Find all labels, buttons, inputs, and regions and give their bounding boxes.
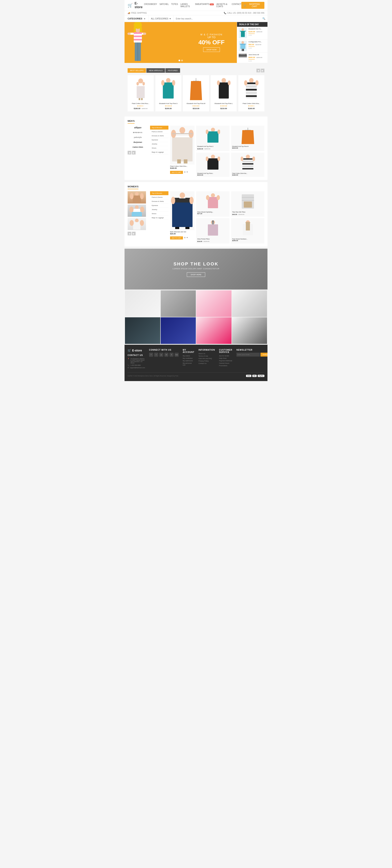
footer-privacy[interactable]: Privacy Policy [198, 360, 215, 362]
mens-mini-1[interactable]: Elizabeth Knit Top-Pink-S $100.00 $250.0… [196, 126, 229, 151]
footer-about[interactable]: About Us [198, 353, 215, 354]
nav-satchel[interactable]: SATCHEL [159, 3, 169, 7]
mens-mini-4[interactable]: Plaid Cotton Shirt-Kha... $160.00 [231, 153, 264, 177]
womens-mini-2[interactable]: Titan Raw Silk Pillow $40.00 $100.00 [231, 191, 264, 217]
mens-add-to-cart[interactable]: ADD TO CART [170, 171, 183, 174]
womens-menu-shoes[interactable]: Shoes [150, 212, 168, 216]
phone-icon: 📞 [128, 365, 129, 366]
womens-mini-price-2: $40.00 [232, 214, 237, 215]
social-linkedin[interactable]: li [169, 353, 173, 357]
nav-contact[interactable]: CONTACT [232, 3, 241, 7]
nav-totes[interactable]: TOTES [171, 3, 178, 7]
product-card-2[interactable]: Elizabeth Knit Top-Pink-S ★★★★★ $100.00 [155, 75, 182, 111]
nav-jackets[interactable]: JACKETS & COATS [216, 3, 229, 7]
womens-menu-bags[interactable]: Bags & Luggage [150, 216, 168, 220]
mens-brand-prev[interactable]: ◀ [128, 151, 131, 154]
gallery-item-4[interactable] [232, 290, 267, 317]
footer-terms[interactable]: Terms of Use [198, 355, 215, 357]
shop-look-cta[interactable]: SHOP HERE [187, 272, 205, 277]
logo-icon: 🛒 [128, 3, 133, 8]
deal-item-1[interactable]: Elizabeth Knit To... $100.00 $250.00 ★★★… [237, 27, 267, 40]
social-instagram[interactable]: in [164, 353, 168, 357]
deal-item-2[interactable]: Configurable Pro... $50.00 $133.00 ★★★★★… [237, 40, 267, 53]
footer-promotions[interactable]: Promotions [219, 365, 232, 367]
womens-menu-top[interactable]: Top & Blouses [150, 191, 168, 195]
mens-mini-3[interactable]: Elizabeth Knit Top-Pink-L $210.00 [196, 153, 229, 177]
social-facebook[interactable]: f [149, 353, 153, 357]
mens-menu-shoes[interactable]: Shoes [150, 146, 168, 150]
womens-next[interactable]: ▶ [132, 232, 136, 236]
search-input[interactable] [176, 18, 262, 20]
hero-dot-1[interactable] [178, 60, 180, 61]
footer-my-credit[interactable]: My credit/disc [183, 358, 194, 359]
womens-mini-4[interactable]: Pearl Strand Necklace... $250.00 [231, 218, 264, 244]
svg-rect-101 [133, 195, 141, 203]
gallery-item-6[interactable] [161, 317, 196, 344]
mens-menu-bags[interactable]: Bags & Luggage [150, 150, 168, 154]
social-pinterest[interactable]: p [159, 353, 163, 357]
footer-carnival[interactable]: Canival Hours [219, 362, 232, 364]
mens-wishlist-icon[interactable]: ♥ [187, 171, 188, 173]
newsletter-submit[interactable]: SUBSCRIBE [261, 353, 267, 356]
all-categories-dropdown[interactable]: ALL CATEGORIES ▼ [149, 16, 174, 22]
footer-payment-methods[interactable]: Payment Methods [219, 360, 232, 362]
tab-new-arrivals[interactable]: NEW ARRIVALS [146, 68, 165, 73]
next-arrow[interactable]: ▶ [261, 69, 264, 72]
nav-sweatshirts[interactable]: SWEATSHIRTSnew [195, 3, 214, 7]
hero-prefix: UP TO [207, 36, 216, 39]
product-card-1[interactable]: Plaid Cotton Shirt-Rou... ★★★★☆ $160.00 … [128, 75, 154, 111]
womens-menu-eyewear[interactable]: Eyewear [150, 204, 168, 208]
gallery-item-2[interactable] [161, 290, 196, 317]
social-rss[interactable]: rss [174, 353, 178, 357]
mens-menu-top-blouses[interactable]: Top & Blouses [150, 126, 168, 130]
mens-mini-2[interactable]: Elizabeth Knit Top-Pink-M $210.00 [231, 126, 264, 151]
hero-cta-button[interactable]: SHOP NOW [203, 48, 220, 52]
womens-compare-icon[interactable]: ⊕ [184, 237, 186, 239]
svg-point-106 [135, 205, 139, 209]
newsletter-input[interactable] [236, 353, 260, 356]
gallery-item-7[interactable] [196, 317, 231, 344]
footer-contact-link[interactable]: Contact Us [198, 363, 215, 364]
prev-arrow[interactable]: ◀ [256, 69, 260, 72]
deal-item-3[interactable]: Jane Dress 06 $500.00 $850.00 ★★★★★ 1-2:… [237, 53, 267, 63]
womens-menu-jewelry[interactable]: Jewelry [150, 208, 168, 212]
tab-featured[interactable]: FEATURED [165, 68, 180, 73]
tab-best-sellers[interactable]: BEST SELLERS [128, 68, 146, 73]
hero-dot-2[interactable] [181, 60, 183, 61]
womens-menu-dresses[interactable]: Dresses & Skirts [150, 199, 168, 204]
mens-menu-eyewear[interactable]: Eyewear [150, 138, 168, 142]
product-card-3[interactable]: Elizabeth Knit Top-Pink-M ★★★★★ $210.00 [183, 75, 209, 111]
search-icon[interactable]: 🔍 [262, 17, 265, 20]
womens-add-to-cart[interactable]: ADD TO CART [170, 237, 183, 240]
womens-mini-1[interactable]: Shea Infused Hydrating... $27.20 [196, 191, 229, 217]
womens-mini-3[interactable]: Shea Printed Pillow $18.00 $100.00 [196, 218, 229, 244]
womens-wishlist-icon[interactable]: ♥ [187, 237, 188, 239]
cart-button[interactable]: 🛒 SHOPPING CART [241, 2, 264, 9]
mens-menu-jewelry[interactable]: Jewelry [150, 142, 168, 146]
footer-club-info[interactable]: Club Info and FAQ [198, 358, 215, 360]
product-card-5[interactable]: Plaid Cotton Shirt-Kha... ★★★★☆ $160.00 [238, 75, 264, 111]
product-name-2: Elizabeth Knit Top-Pink-S [157, 102, 180, 104]
gallery-item-3[interactable] [196, 290, 231, 317]
social-twitter[interactable]: t [154, 353, 158, 357]
categories-button[interactable]: CATEGORIES ≡ [125, 15, 149, 22]
footer-helpdesk[interactable]: Help Desk [219, 358, 232, 359]
footer-ask[interactable]: Ask for tender [219, 355, 232, 357]
womens-prev[interactable]: ◀ [128, 232, 131, 236]
logo[interactable]: 🛒 E-store [128, 2, 144, 9]
gallery-item-1[interactable] [125, 290, 160, 317]
mens-brand-next[interactable]: ▶ [132, 151, 136, 154]
product-card-4[interactable]: Elizabeth Knit Top-Pink-L ★★★★★ $210.00 [211, 75, 237, 111]
mens-compare-icon[interactable]: ⊕ [184, 171, 186, 173]
mens-menu-pants[interactable]: Pants & Denim [150, 130, 168, 134]
gallery-item-5[interactable] [125, 317, 160, 344]
mens-menu-dresses[interactable]: Dresses & Skirts [150, 134, 168, 138]
nav-ladies-wallets[interactable]: LADIES WALLETS [181, 3, 193, 7]
womens-menu-pants[interactable]: Pants & Denim [150, 195, 168, 199]
footer-my-orders[interactable]: My orders [183, 355, 194, 357]
mens-header: MEN'S [128, 120, 135, 124]
footer-my-addresses[interactable]: My addresses [183, 360, 194, 362]
footer-my-personal[interactable]: My personal info [183, 362, 194, 366]
nav-crossbody[interactable]: CROSSBODY [144, 3, 157, 7]
gallery-item-8[interactable] [232, 317, 267, 344]
